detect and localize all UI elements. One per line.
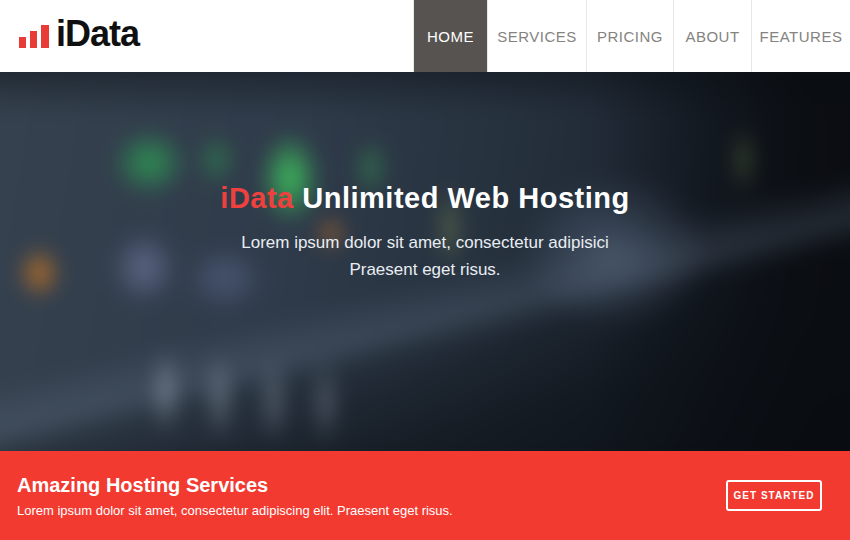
nav-item-pricing[interactable]: PRICING [586,0,673,72]
hero-section: iData Unlimited Web Hosting Lorem ipsum … [0,72,850,451]
nav-item-about[interactable]: ABOUT [673,0,751,72]
hero-content: iData Unlimited Web Hosting Lorem ipsum … [0,72,850,283]
bar-chart-icon [18,23,50,49]
hero-title: iData Unlimited Web Hosting [0,182,850,215]
nav-item-features[interactable]: FEATURES [751,0,850,72]
hero-title-rest: Unlimited Web Hosting [294,182,630,214]
cta-description: Lorem ipsum dolor sit amet, consectetur … [17,503,453,518]
hero-subtitle-line2: Praesent eget risus. [0,256,850,283]
nav-item-services[interactable]: SERVICES [487,0,586,72]
hero-subtitle-line1: Lorem ipsum dolor sit amet, consectetur … [0,229,850,256]
cta-text-block: Amazing Hosting Services Lorem ipsum dol… [17,474,453,518]
main-nav: HOME SERVICES PRICING ABOUT FEATURES [413,0,850,72]
hero-subtitle: Lorem ipsum dolor sit amet, consectetur … [0,229,850,283]
cta-bar: Amazing Hosting Services Lorem ipsum dol… [0,451,850,540]
logo-text: iData [56,16,139,56]
header: iData HOME SERVICES PRICING ABOUT FEATUR… [0,0,850,72]
cta-heading: Amazing Hosting Services [17,474,453,497]
logo[interactable]: iData [0,0,139,72]
nav-item-home[interactable]: HOME [413,0,487,72]
hero-title-accent: iData [220,182,293,214]
get-started-button[interactable]: GET STARTED [726,480,822,511]
